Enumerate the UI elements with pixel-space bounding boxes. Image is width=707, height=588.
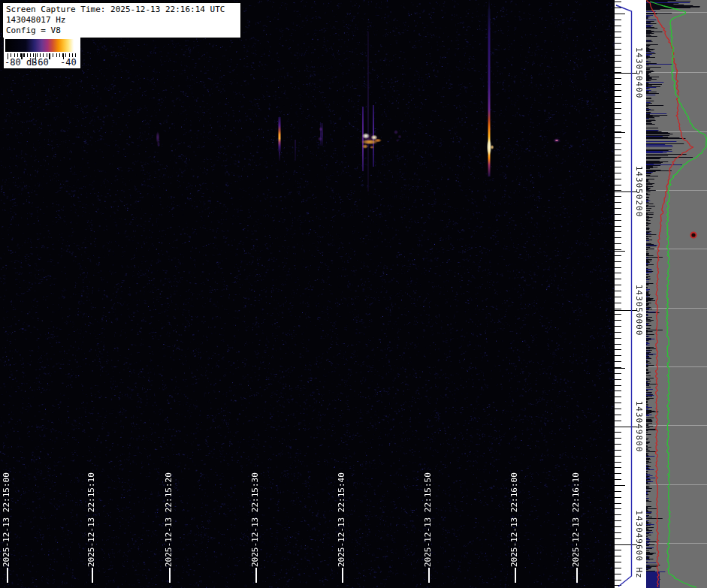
frequency-axis-label: 143050400 <box>634 47 644 99</box>
info-box: Screen Capture Time: 2025-12-13 22:16:14… <box>2 2 241 38</box>
time-axis-label: 2025-12-13 22:16:00 <box>509 472 519 567</box>
time-axis-label: 2025-12-13 22:15:50 <box>423 472 433 567</box>
frequency-axis-label: 143049600 Hz <box>634 510 644 578</box>
colorbar-gradient <box>5 39 78 52</box>
config-text: Config = V8 <box>6 26 237 36</box>
time-axis-tick <box>576 568 578 583</box>
frequency-axis-label: 143049800 <box>634 401 644 453</box>
time-axis-label: 2025-12-13 22:15:40 <box>337 472 346 567</box>
time-axis-tick <box>169 568 171 583</box>
time-axis-tick <box>515 568 516 583</box>
spectrum-graph-panel[interactable] <box>646 0 707 588</box>
frequency-axis-label: 143050200 <box>634 166 644 218</box>
colorbar-label-40db: -40 <box>60 57 77 68</box>
time-axis-tick <box>342 568 343 583</box>
frequency-axis-label: 143050000 <box>634 285 644 336</box>
time-axis-label: 2025-12-13 22:16:10 <box>571 472 581 567</box>
spectrum-lab-window: Screen Capture Time: 2025-12-13 22:16:14… <box>0 0 707 588</box>
time-axis-tick <box>255 568 257 583</box>
capture-time-text: Screen Capture Time: 2025-12-13 22:16:14… <box>6 5 237 15</box>
time-axis-label: 2025-12-13 22:15:20 <box>164 472 174 567</box>
time-axis-tick <box>428 568 430 583</box>
time-axis-label: 2025-12-13 22:15:00 <box>2 472 11 567</box>
time-axis-tick <box>92 568 93 583</box>
time-axis-label: 2025-12-13 22:15:10 <box>86 472 96 567</box>
time-axis-label: 2025-12-13 22:15:30 <box>250 472 260 567</box>
frequency-readout: 143048017 Hz <box>6 15 237 26</box>
colorbar-label-60db: -60 <box>32 57 49 68</box>
time-axis-tick <box>7 568 8 583</box>
colorbar: -80 dB -60 -40 <box>4 38 80 68</box>
